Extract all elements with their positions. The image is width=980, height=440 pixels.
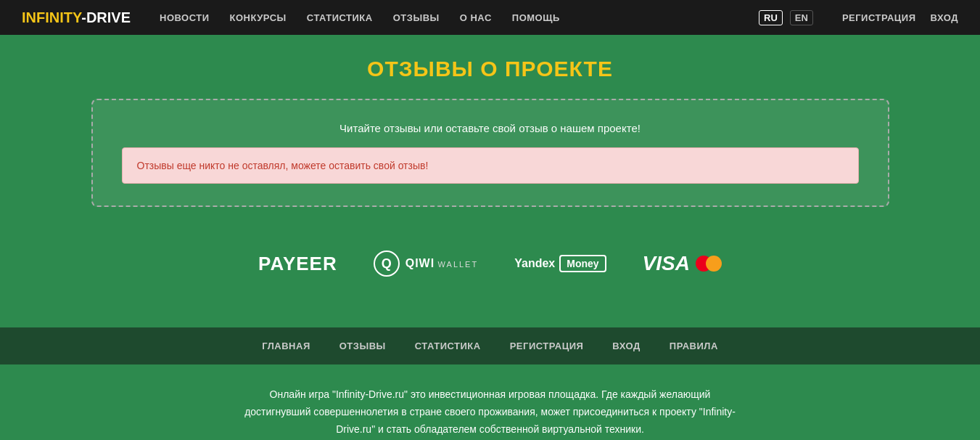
- language-switcher: RU EN: [759, 10, 813, 25]
- qiwi-icon: Q: [374, 250, 400, 277]
- nav-item-stats[interactable]: СТАТИСТИКА: [307, 11, 373, 24]
- nav-auth: РЕГИСТРАЦИЯ ВХОД: [842, 12, 958, 23]
- visa-text: VISA: [643, 252, 690, 275]
- logo-infinity: INFINITY: [22, 9, 81, 25]
- lang-en[interactable]: EN: [790, 10, 813, 25]
- qiwi-top-label: QIWI: [405, 257, 435, 269]
- footer-nav-stats[interactable]: СТАТИСТИКА: [415, 341, 481, 351]
- reviews-box: Читайте отзывы или оставьте свой отзыв о…: [91, 99, 889, 207]
- nav-links: НОВОСТИ КОНКУРСЫ СТАТИСТИКА ОТЗЫВЫ О НАС…: [160, 11, 744, 24]
- page-title: ОТЗЫВЫ О ПРОЕКТЕ: [15, 57, 965, 81]
- footer-nav: ГЛАВНАЯ ОТЗЫВЫ СТАТИСТИКА РЕГИСТРАЦИЯ ВХ…: [0, 327, 980, 364]
- payeer-logo: PAYEER: [258, 253, 337, 275]
- footer-nav-rules[interactable]: ПРАВИЛА: [670, 341, 718, 351]
- mastercard-circles: [696, 256, 722, 272]
- visa-logo: VISA: [643, 252, 722, 275]
- nav-item-about[interactable]: О НАС: [460, 11, 492, 24]
- footer-nav-register[interactable]: РЕГИСТРАЦИЯ: [510, 341, 584, 351]
- navbar: INFINITY-DRIVE НОВОСТИ КОНКУРСЫ СТАТИСТИ…: [0, 0, 980, 35]
- logo-dash: -: [81, 9, 86, 25]
- yandex-money-logo: Yandex Money: [514, 255, 606, 272]
- footer-nav-home[interactable]: ГЛАВНАЯ: [262, 341, 310, 351]
- qiwi-logo: Q QIWI WALLET: [374, 250, 479, 277]
- lang-ru[interactable]: RU: [759, 10, 783, 25]
- logo-drive: DRIVE: [86, 9, 131, 25]
- nav-item-news[interactable]: НОВОСТИ: [160, 11, 210, 24]
- logo[interactable]: INFINITY-DRIVE: [22, 9, 131, 26]
- nav-item-help[interactable]: ПОМОЩЬ: [512, 11, 560, 24]
- footer-nav-login[interactable]: ВХОД: [612, 341, 640, 351]
- reviews-empty-notice: Отзывы еще никто не оставлял, можете ост…: [122, 147, 859, 184]
- money-badge: Money: [559, 255, 606, 272]
- yandex-text: Yandex: [514, 257, 555, 270]
- footer-nav-reviews[interactable]: ОТЗЫВЫ: [339, 341, 386, 351]
- nav-item-reviews[interactable]: ОТЗЫВЫ: [393, 11, 440, 24]
- payment-logos: PAYEER Q QIWI WALLET Yandex Money VISA: [15, 236, 965, 298]
- register-link[interactable]: РЕГИСТРАЦИЯ: [842, 12, 916, 23]
- qiwi-bot-label: WALLET: [438, 260, 479, 269]
- nav-item-contests[interactable]: КОНКУРСЫ: [230, 11, 287, 24]
- qiwi-text: QIWI WALLET: [405, 257, 479, 270]
- main-content: ОТЗЫВЫ О ПРОЕКТЕ Читайте отзывы или оста…: [0, 35, 980, 327]
- reviews-intro: Читайте отзывы или оставьте свой отзыв о…: [122, 122, 859, 134]
- footer-description: Онлайн игра "Infinity-Drive.ru" это инве…: [236, 386, 744, 438]
- login-link[interactable]: ВХОД: [931, 12, 958, 23]
- mastercard-orange-circle: [706, 256, 722, 272]
- footer-info: Онлайн игра "Infinity-Drive.ru" это инве…: [0, 364, 980, 440]
